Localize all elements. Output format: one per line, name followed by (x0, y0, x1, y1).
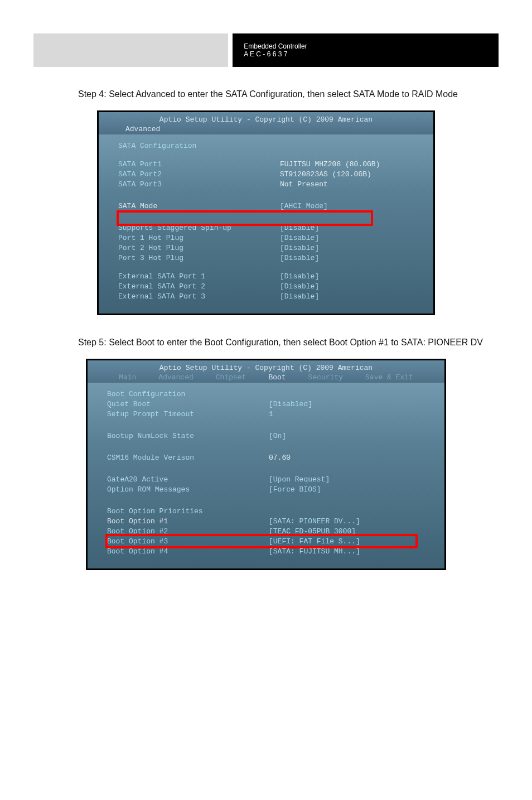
list-item: Port 3 Hot Plug (118, 254, 280, 262)
section-title: SATA Configuration (118, 142, 280, 150)
list-value: Not Present (280, 180, 328, 189)
list-item: Port 2 Hot Plug (118, 244, 280, 252)
bios-tabs: Main Advanced Chipset Boot Security Save… (92, 372, 440, 382)
list-value[interactable]: [Disabled] (269, 400, 312, 408)
list-item: Bootup NumLock State (107, 432, 269, 440)
boot-priorities-header: Boot Option Priorities (107, 507, 269, 515)
list-item: SATA Port1 (118, 160, 280, 168)
bios-screenshot-sata: Aptio Setup Utility - Copyright (C) 2009… (97, 110, 435, 315)
list-item: Option ROM Messages (107, 485, 269, 494)
section-title: Boot Configuration (107, 390, 269, 398)
bios-title: Aptio Setup Utility - Copyright (C) 2009… (92, 364, 440, 372)
boot-option-1-label[interactable]: Boot Option #1 (107, 517, 269, 526)
list-item: External SATA Port 2 (118, 282, 280, 291)
list-value[interactable]: [Disable] (280, 292, 319, 301)
sata-mode-label[interactable]: SATA Mode (118, 202, 280, 210)
list-value[interactable]: [Upon Request] (269, 475, 330, 484)
tab-advanced[interactable]: Advanced (125, 125, 160, 133)
list-value[interactable]: [Disable] (280, 254, 319, 262)
list-item: Port 1 Hot Plug (118, 234, 280, 242)
list-value[interactable]: [Disable] (280, 234, 319, 242)
list-item: External SATA Port 1 (118, 272, 280, 281)
list-item: Quiet Boot (107, 400, 269, 408)
tab-dim[interactable]: Save & Exit (365, 373, 413, 382)
list-item[interactable]: Boot Option #2 (107, 527, 269, 536)
tab-dim[interactable]: Main (119, 373, 136, 382)
list-value[interactable]: [Disable] (280, 272, 319, 281)
list-value: ST9120823AS (120.0GB) (280, 170, 371, 179)
tab-dim[interactable]: Security (308, 373, 343, 382)
tab-dim[interactable]: Chipset (216, 373, 246, 382)
list-value[interactable]: [Disable] (280, 282, 319, 291)
list-value[interactable]: [TEAC FD-05PUB 3000] (269, 527, 356, 536)
sata-mode-value[interactable]: [AHCI Mode] (280, 202, 328, 210)
list-value[interactable]: [Force BIOS] (269, 485, 321, 494)
list-value[interactable]: [Disable] (280, 244, 319, 252)
header-grey-bar (33, 33, 228, 67)
list-value[interactable]: [UEFI: FAT File S...] (269, 537, 360, 546)
step4-text: Step 4: Select Advanced to enter the SAT… (78, 89, 499, 99)
list-value[interactable]: [Disable] (280, 224, 319, 232)
header-bars: Embedded Controller A E C - 6 6 3 7 (33, 33, 499, 67)
tab-dim[interactable]: Advanced (158, 373, 193, 382)
list-value[interactable]: 1 (269, 410, 273, 418)
list-value[interactable]: [On] (269, 432, 286, 440)
header-black-bar: Embedded Controller A E C - 6 6 3 7 (233, 33, 499, 67)
boot-option-1-value[interactable]: [SATA: PIONEER DV...] (269, 517, 360, 526)
list-item: Setup Prompt Timeout (107, 410, 269, 418)
list-item: GateA20 Active (107, 475, 269, 484)
list-item: CSM16 Module Verison (107, 454, 269, 462)
list-item[interactable]: Boot Option #3 (107, 537, 269, 546)
bios-title: Aptio Setup Utility - Copyright (C) 2009… (103, 115, 429, 124)
list-item: Supports Staggered Spin-up (118, 224, 280, 232)
list-item[interactable]: Boot Option #4 (107, 547, 269, 556)
list-value: 07.60 (269, 454, 291, 462)
list-item: External SATA Port 3 (118, 292, 280, 301)
header-product-label: Embedded Controller (244, 42, 487, 50)
list-item: SATA Port2 (118, 170, 280, 179)
step5-text: Step 5: Select Boot to enter the Boot Co… (78, 338, 499, 348)
bios-tabs: Advanced (103, 124, 429, 133)
list-item: SATA Port3 (118, 180, 280, 189)
tab-boot[interactable]: Boot (268, 373, 286, 382)
bios-screenshot-boot: Aptio Setup Utility - Copyright (C) 2009… (86, 359, 446, 570)
list-value: FUJITSU MHZ208 (80.0GB) (280, 160, 380, 168)
header-model-label: A E C - 6 6 3 7 (244, 50, 487, 58)
list-value[interactable]: [SATA: FUJITSU MH...] (269, 547, 360, 556)
